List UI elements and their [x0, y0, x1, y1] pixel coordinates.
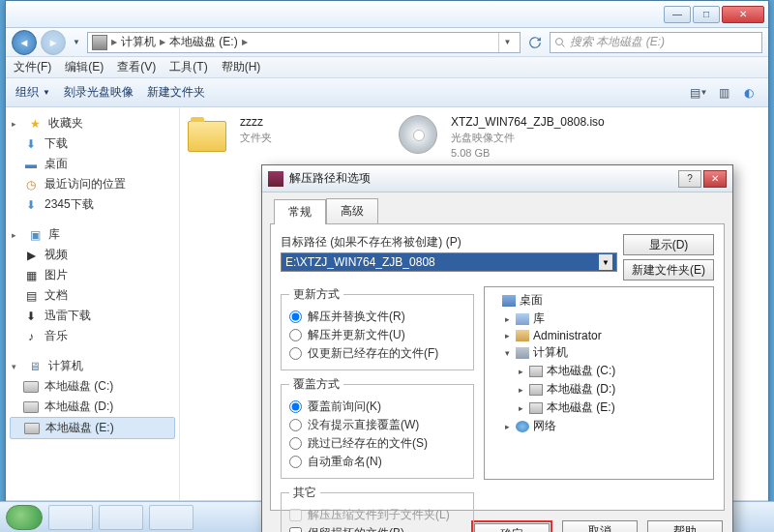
tree-drive-d[interactable]: ▸本地磁盘 (D:)	[489, 380, 709, 399]
tree-drive-e[interactable]: ▸本地磁盘 (E:)	[489, 399, 709, 417]
sidebar-item-xunlei[interactable]: ⬇迅雷下载	[6, 306, 179, 326]
update-mode-group: 更新方式 解压并替换文件(R) 解压并更新文件(U) 仅更新已经存在的文件(F)	[281, 286, 474, 370]
maximize-button[interactable]: □	[693, 6, 720, 23]
breadcrumb-computer[interactable]: 计算机	[121, 34, 156, 50]
archive-icon	[268, 171, 283, 187]
sidebar-item-drive-e[interactable]: 本地磁盘 (E:)	[10, 417, 175, 439]
radio-skip-existing[interactable]: 跳过已经存在的文件(S)	[289, 435, 465, 452]
burn-iso-button[interactable]: 刻录光盘映像	[64, 84, 134, 101]
sidebar-item-drive-d[interactable]: 本地磁盘 (D:)	[6, 397, 179, 417]
back-button[interactable]: ◄	[12, 30, 37, 55]
menu-tools[interactable]: 工具(T)	[169, 59, 207, 75]
sidebar-item-2345[interactable]: ⬇2345下载	[6, 194, 179, 215]
dialog-titlebar[interactable]: 解压路径和选项 ? ✕	[262, 165, 732, 192]
tree-desktop[interactable]: 桌面	[489, 291, 709, 310]
file-size: 5.08 GB	[451, 147, 605, 159]
svg-point-0	[556, 38, 563, 44]
chevron-down-icon[interactable]: ▼	[599, 254, 612, 270]
file-type: 文件夹	[240, 131, 272, 145]
chevron-right-icon[interactable]: ▶	[111, 38, 117, 46]
file-name: XTZJ_WIN764_ZJB_0808.iso	[451, 115, 605, 129]
sidebar-item-drive-c[interactable]: 本地磁盘 (C:)	[6, 376, 179, 397]
chevron-right-icon[interactable]: ▶	[160, 38, 165, 46]
tree-administrator[interactable]: ▸Administrator	[489, 328, 709, 343]
menubar: 文件(F) 编辑(E) 查看(V) 工具(T) 帮助(H)	[6, 57, 768, 78]
radio-update-existing[interactable]: 仅更新已经存在的文件(F)	[289, 345, 465, 362]
tree-libraries[interactable]: ▸库	[489, 310, 709, 328]
breadcrumb[interactable]: ▶ 计算机 ▶ 本地磁盘 (E:) ▶ ▼	[87, 32, 521, 53]
start-button[interactable]	[6, 505, 43, 530]
sidebar-libraries[interactable]: ▸▣库	[6, 224, 179, 245]
dialog-close-button[interactable]: ✕	[703, 170, 727, 188]
file-item-iso[interactable]: XTZJ_WIN764_ZJB_0808.iso 光盘映像文件 5.08 GB	[399, 115, 621, 159]
sidebar-item-pictures[interactable]: ▦图片	[6, 265, 179, 285]
new-folder-button[interactable]: 新建文件夹	[147, 84, 205, 101]
disc-icon	[399, 115, 437, 154]
radio-extract-replace[interactable]: 解压并替换文件(R)	[289, 309, 465, 325]
organize-button[interactable]: 组织▼	[15, 84, 50, 101]
sidebar: ▸★收藏夹 ⬇下载 ▬桌面 ◷最近访问的位置 ⬇2345下载 ▸▣库 ▶视频 ▦…	[6, 107, 180, 500]
toolbar: 组织▼ 刻录光盘映像 新建文件夹 ▤ ▼ ▥ ◐	[6, 78, 768, 107]
view-options-button[interactable]: ▤ ▼	[689, 84, 708, 102]
menu-help[interactable]: 帮助(H)	[222, 59, 261, 75]
file-item-folder[interactable]: zzzz 文件夹	[188, 115, 381, 154]
other-options-group: 其它 解压压缩文件到子文件夹(L) 保留损坏的文件(B) 在资源管理器中显示文件…	[281, 485, 474, 532]
tab-advanced[interactable]: 高级	[326, 198, 378, 223]
destination-path-input[interactable]: E:\XTZJ_WIN764_ZJB_0808 ▼	[281, 252, 617, 272]
sidebar-favorites[interactable]: ▸★收藏夹	[6, 113, 179, 133]
file-type: 光盘映像文件	[451, 131, 605, 145]
minimize-button[interactable]: —	[664, 6, 691, 23]
dialog-help-button[interactable]: ?	[678, 170, 701, 188]
close-button[interactable]: ✕	[722, 6, 764, 23]
folder-tree[interactable]: 桌面 ▸库 ▸Administrator ▾计算机 ▸本地磁盘 (C:) ▸本地…	[484, 286, 714, 480]
address-bar: ◄ ► ▼ ▶ 计算机 ▶ 本地磁盘 (E:) ▶ ▼ 搜索 本地磁盘 (E:)	[6, 28, 768, 57]
radio-overwrite-noprompt[interactable]: 没有提示直接覆盖(W)	[289, 417, 465, 433]
search-placeholder: 搜索 本地磁盘 (E:)	[570, 34, 665, 50]
check-extract-subfolder[interactable]: 解压压缩文件到子文件夹(L)	[289, 507, 465, 523]
extract-dialog: 解压路径和选项 ? ✕ 常规 高级 目标路径 (如果不存在将被创建) (P) E…	[261, 164, 733, 532]
file-name: zzzz	[240, 115, 272, 129]
sidebar-item-desktop[interactable]: ▬桌面	[6, 154, 179, 174]
radio-auto-rename[interactable]: 自动重命名(N)	[289, 454, 465, 470]
path-label: 目标路径 (如果不存在将被创建) (P)	[281, 234, 617, 251]
preview-pane-button[interactable]: ▥	[714, 84, 733, 102]
tree-network[interactable]: ▸网络	[489, 417, 709, 435]
taskbar-item[interactable]	[149, 505, 194, 530]
menu-file[interactable]: 文件(F)	[14, 59, 51, 75]
sidebar-item-music[interactable]: ♪音乐	[6, 326, 179, 346]
breadcrumb-drive[interactable]: 本地磁盘 (E:)	[169, 34, 238, 50]
chevron-right-icon[interactable]: ▶	[242, 38, 248, 46]
drive-icon	[92, 35, 107, 50]
folder-icon	[188, 121, 226, 152]
sidebar-item-documents[interactable]: ▤文档	[6, 285, 179, 306]
address-dropdown[interactable]: ▼	[498, 33, 516, 52]
tree-drive-c[interactable]: ▸本地磁盘 (C:)	[489, 362, 709, 380]
tree-computer[interactable]: ▾计算机	[489, 343, 709, 362]
new-folder-button[interactable]: 新建文件夹(E)	[623, 259, 714, 281]
dialog-title: 解压路径和选项	[289, 170, 672, 187]
sidebar-computer[interactable]: ▾🖥计算机	[6, 356, 179, 376]
overwrite-mode-group: 覆盖方式 覆盖前询问(K) 没有提示直接覆盖(W) 跳过已经存在的文件(S) 自…	[281, 376, 474, 479]
radio-extract-update[interactable]: 解压并更新文件(U)	[289, 327, 465, 343]
sidebar-item-videos[interactable]: ▶视频	[6, 245, 179, 265]
radio-ask-overwrite[interactable]: 覆盖前询问(K)	[289, 399, 465, 415]
search-input[interactable]: 搜索 本地磁盘 (E:)	[550, 32, 762, 53]
sidebar-item-downloads[interactable]: ⬇下载	[6, 133, 179, 154]
tab-general[interactable]: 常规	[274, 199, 326, 224]
nav-history-dropdown[interactable]: ▼	[70, 34, 83, 51]
explorer-titlebar[interactable]: — □ ✕	[6, 1, 768, 28]
taskbar-item[interactable]	[48, 505, 93, 530]
display-button[interactable]: 显示(D)	[623, 234, 714, 255]
taskbar-item[interactable]	[99, 505, 143, 530]
refresh-button[interactable]	[524, 36, 546, 49]
sidebar-item-recent[interactable]: ◷最近访问的位置	[6, 174, 179, 194]
help-icon[interactable]: ◐	[739, 84, 759, 102]
check-keep-broken[interactable]: 保留损坏的文件(B)	[289, 525, 465, 532]
menu-view[interactable]: 查看(V)	[117, 59, 156, 75]
forward-button[interactable]: ►	[41, 30, 66, 55]
menu-edit[interactable]: 编辑(E)	[65, 59, 104, 75]
